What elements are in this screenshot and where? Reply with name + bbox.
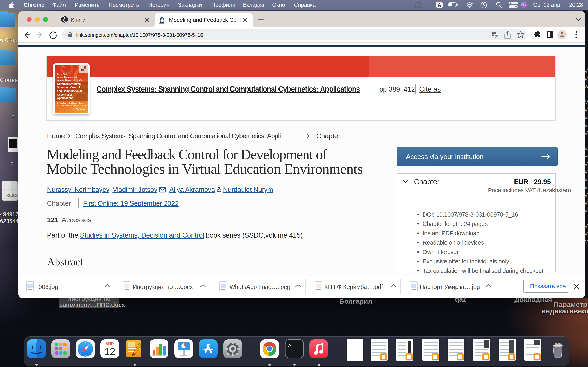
svg-text:>_: >_ bbox=[288, 342, 295, 349]
svg-text:文: 文 bbox=[495, 35, 498, 38]
svg-text:12: 12 bbox=[104, 346, 115, 357]
svg-text:АПР.: АПР. bbox=[105, 342, 114, 346]
